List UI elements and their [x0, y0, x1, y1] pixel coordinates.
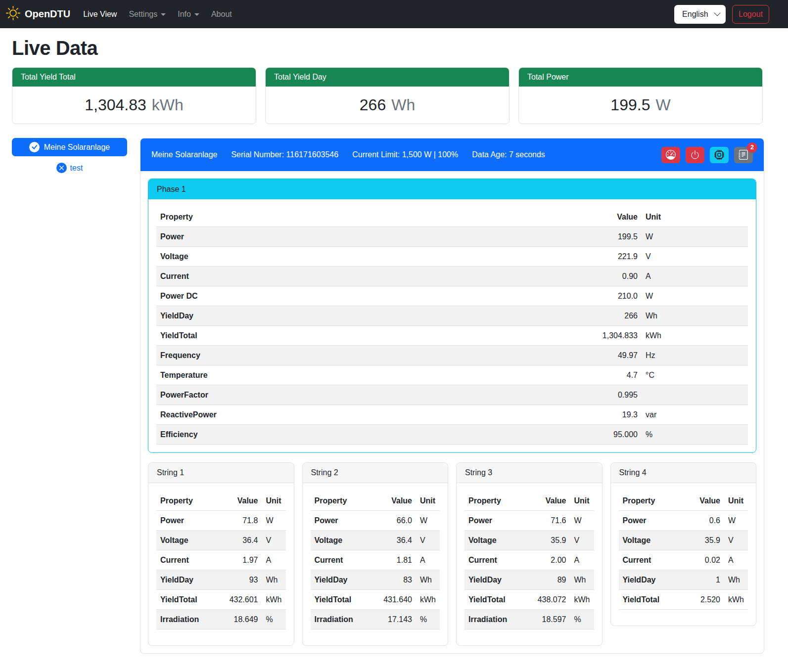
- property-cell: YieldDay: [156, 570, 219, 590]
- unit-cell: V: [262, 531, 286, 550]
- table-header-row: PropertyValueUnit: [619, 491, 748, 511]
- summary-card-title: Total Yield Total: [12, 68, 256, 87]
- property-cell: YieldTotal: [311, 590, 373, 610]
- table-row: YieldTotal438.072kWh: [464, 590, 594, 610]
- unit-cell: V: [570, 531, 594, 550]
- string-card-body: PropertyValueUnitPower71.6WVoltage35.9VC…: [457, 483, 602, 645]
- unit-cell: A: [724, 550, 748, 570]
- unit-cell: kWh: [262, 590, 286, 610]
- logout-button[interactable]: Logout: [732, 5, 769, 24]
- data-table: PropertyValueUnitPower71.8WVoltage36.4VC…: [156, 491, 286, 629]
- unit-cell: %: [262, 610, 286, 629]
- table-row: Power66.0W: [311, 511, 440, 531]
- value-cell: 431.640: [372, 590, 416, 610]
- speedometer-button[interactable]: [661, 147, 680, 163]
- sidebar-inverter-link[interactable]: test: [12, 163, 127, 173]
- property-cell: ReactivePower: [156, 405, 582, 425]
- inverter-actions: 2: [661, 147, 753, 163]
- property-cell: YieldDay: [619, 570, 681, 590]
- property-cell: Power: [619, 511, 681, 531]
- property-cell: YieldDay: [156, 306, 582, 326]
- value-cell: 0.02: [681, 550, 724, 570]
- unit-cell: kWh: [642, 326, 748, 346]
- unit-cell: Wh: [642, 306, 748, 326]
- top-navbar: OpenDTU Live ViewSettingsInfoAbout Engli…: [0, 0, 788, 28]
- property-cell: Temperature: [156, 365, 582, 385]
- unit-cell: W: [642, 286, 748, 306]
- value-cell: 0.995: [582, 385, 642, 405]
- value-cell: 2.520: [681, 590, 724, 610]
- table-row: YieldDay1Wh: [619, 570, 748, 590]
- nav-item-live-view[interactable]: Live View: [79, 6, 121, 23]
- summary-card: Total Yield Day266Wh: [265, 67, 510, 124]
- table-row: Voltage221.9V: [156, 247, 748, 267]
- table-row: Efficiency95.000%: [156, 425, 748, 445]
- table-header-row: PropertyValueUnit: [464, 491, 594, 511]
- inverter-list-label: test: [70, 164, 83, 173]
- unit-cell: [642, 385, 748, 405]
- unit-cell: Wh: [416, 570, 440, 590]
- inverter-name: Meine Solaranlage: [151, 150, 217, 159]
- column-header: Unit: [642, 207, 748, 227]
- unit-cell: var: [642, 405, 748, 425]
- column-header: Value: [527, 491, 570, 511]
- column-header: Value: [372, 491, 416, 511]
- power-icon: [690, 150, 700, 160]
- nav-item-label: Info: [178, 10, 191, 18]
- value-cell: 93: [219, 570, 262, 590]
- column-header: Unit: [416, 491, 440, 511]
- value-cell: 1,304.833: [582, 326, 642, 346]
- unit-cell: V: [416, 531, 440, 550]
- property-cell: Power: [156, 511, 219, 531]
- property-cell: Irradiation: [464, 610, 527, 629]
- sidebar-inverter-button[interactable]: Meine Solaranlage: [12, 138, 127, 156]
- nav-item-info[interactable]: Info: [174, 6, 203, 23]
- inverter-card: Meine Solaranlage Serial Number: 1161716…: [140, 138, 764, 654]
- unit-cell: A: [262, 550, 286, 570]
- string-card-body: PropertyValueUnitPower0.6WVoltage35.9VCu…: [611, 483, 756, 626]
- string-card: String 3PropertyValueUnitPower71.6WVolta…: [456, 462, 603, 646]
- value-cell: 66.0: [372, 511, 416, 531]
- journal-button[interactable]: 2: [734, 147, 753, 163]
- language-select[interactable]: English: [674, 5, 726, 24]
- power-button[interactable]: [686, 147, 704, 163]
- notification-badge: 2: [747, 142, 757, 153]
- table-row: YieldTotal432.601kWh: [156, 590, 286, 610]
- language-selected-value: English: [682, 10, 708, 19]
- value-cell: 95.000: [582, 425, 642, 445]
- string-card: String 2PropertyValueUnitPower66.0WVolta…: [302, 462, 449, 646]
- property-cell: Voltage: [311, 531, 373, 550]
- property-cell: Current: [464, 550, 527, 570]
- unit-cell: Wh: [262, 570, 286, 590]
- summary-card: Total Yield Total1,304.83kWh: [12, 67, 256, 124]
- table-row: PowerFactor0.995: [156, 385, 748, 405]
- value-cell: 71.8: [219, 511, 262, 531]
- value-cell: 221.9: [582, 247, 642, 267]
- property-cell: PowerFactor: [156, 385, 582, 405]
- page-title: Live Data: [12, 37, 763, 59]
- unit-cell: °C: [642, 365, 748, 385]
- property-cell: Irradiation: [311, 610, 373, 629]
- string-card-title: String 2: [303, 463, 448, 483]
- table-row: Voltage36.4V: [311, 531, 440, 550]
- value-cell: 210.0: [582, 286, 642, 306]
- table-row: YieldTotal431.640kWh: [311, 590, 440, 610]
- table-row: Power199.5W: [156, 227, 748, 247]
- table-row: Current0.90A: [156, 267, 748, 286]
- speedometer-icon: [666, 150, 676, 160]
- unit-cell: V: [724, 531, 748, 550]
- value-cell: 2.00: [527, 550, 570, 570]
- value-cell: 71.6: [527, 511, 570, 531]
- app-brand[interactable]: OpenDTU: [6, 6, 70, 23]
- nav-item-about[interactable]: About: [207, 6, 236, 23]
- column-header: Value: [681, 491, 724, 511]
- property-cell: Irradiation: [156, 610, 219, 629]
- value-cell: 35.9: [681, 531, 724, 550]
- unit-cell: kWh: [724, 590, 748, 610]
- strings-row: String 1PropertyValueUnitPower71.8WVolta…: [148, 462, 756, 646]
- table-row: Power0.6W: [619, 511, 748, 531]
- value-cell: 19.3: [582, 405, 642, 425]
- nav-item-settings[interactable]: Settings: [125, 6, 170, 23]
- cpu-button[interactable]: [710, 147, 729, 163]
- property-cell: Voltage: [619, 531, 681, 550]
